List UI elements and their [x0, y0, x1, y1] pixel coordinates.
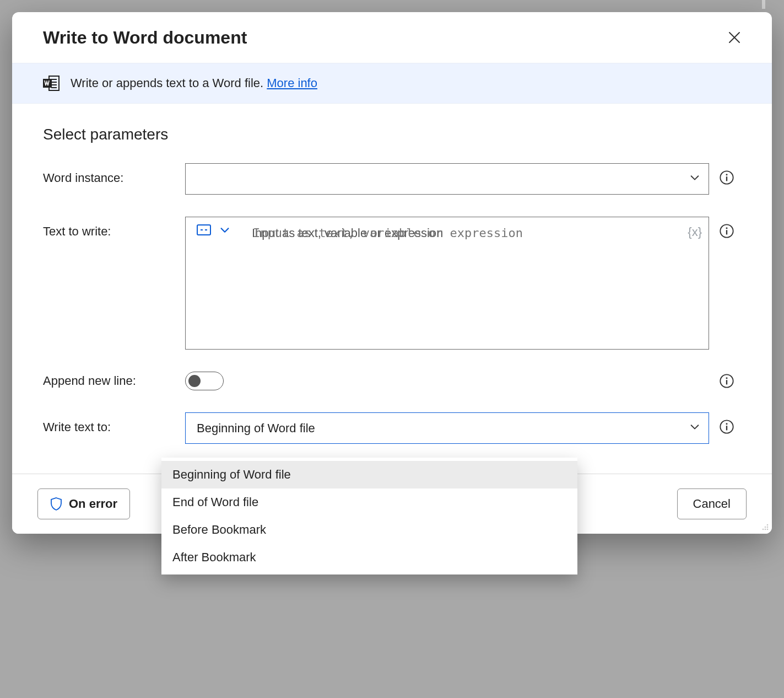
- svg-point-16: [726, 377, 727, 379]
- svg-rect-14: [726, 230, 727, 234]
- toggle-knob: [188, 375, 201, 387]
- label-append-new-line: Append new line:: [43, 374, 175, 388]
- on-error-button[interactable]: On error: [37, 488, 130, 519]
- word-instance-combobox[interactable]: [185, 163, 709, 195]
- svg-point-25: [765, 529, 766, 530]
- word-doc-icon: [43, 76, 60, 91]
- dialog-header: Write to Word document: [12, 12, 772, 63]
- shield-icon: [50, 497, 62, 511]
- svg-rect-8: [726, 176, 727, 181]
- write-text-to-dropdown: Beginning of Word file End of Word file …: [161, 458, 577, 574]
- write-text-to-combobox[interactable]: Beginning of Word file: [185, 412, 709, 444]
- text-to-write-input[interactable]: [252, 225, 680, 341]
- action-config-dialog: Write to Word document Write or appends …: [12, 12, 772, 534]
- row-text-to-write: Text to write: Input as text, variable o…: [43, 217, 741, 350]
- svg-point-7: [726, 174, 727, 175]
- chevron-down-icon: [689, 171, 701, 187]
- info-icon[interactable]: [719, 223, 734, 239]
- svg-rect-9: [197, 225, 210, 235]
- section-heading: Select parameters: [43, 126, 741, 143]
- cancel-button[interactable]: Cancel: [677, 488, 747, 519]
- dialog-title: Write to Word document: [43, 28, 247, 48]
- row-append-new-line: Append new line:: [43, 372, 741, 390]
- info-icon[interactable]: [719, 419, 734, 434]
- svg-point-13: [726, 227, 727, 229]
- insert-variable-icon[interactable]: {x}: [688, 225, 702, 239]
- dropdown-option[interactable]: Beginning of Word file: [161, 461, 577, 488]
- chevron-down-icon[interactable]: [219, 224, 231, 236]
- dropdown-option[interactable]: End of Word file: [161, 488, 577, 516]
- svg-rect-20: [726, 426, 727, 430]
- footer-buttons: Save Cancel: [606, 488, 747, 519]
- row-word-instance: Word instance:: [43, 163, 741, 195]
- close-button[interactable]: [722, 25, 747, 50]
- info-icon[interactable]: [719, 170, 734, 185]
- svg-point-24: [765, 527, 766, 528]
- info-bar: Write or appends text to a Word file. Mo…: [12, 63, 772, 104]
- info-description: Write or appends text to a Word file.: [71, 76, 263, 90]
- close-icon: [728, 31, 741, 44]
- backdrop-scrollbar-fragment: [762, 0, 765, 9]
- append-new-line-toggle[interactable]: [185, 372, 224, 390]
- more-info-link[interactable]: More info: [267, 76, 317, 90]
- svg-point-21: [767, 524, 769, 526]
- svg-point-19: [726, 423, 727, 425]
- resize-grip-icon[interactable]: [760, 522, 770, 531]
- row-write-text-to: Write text to: Beginning of Word file: [43, 412, 741, 444]
- info-text: Write or appends text to a Word file. Mo…: [71, 76, 317, 90]
- on-error-label: On error: [69, 497, 117, 511]
- svg-point-22: [767, 527, 769, 528]
- label-word-instance: Word instance:: [43, 163, 175, 185]
- svg-rect-17: [726, 380, 727, 384]
- chevron-down-icon: [689, 421, 701, 436]
- label-text-to-write: Text to write:: [43, 217, 175, 239]
- svg-point-26: [763, 529, 764, 530]
- text-to-write-field[interactable]: Input as text, variable or expression {x…: [185, 217, 709, 350]
- write-text-to-value: Beginning of Word file: [197, 421, 315, 436]
- label-write-text-to: Write text to:: [43, 412, 175, 434]
- svg-point-23: [767, 529, 769, 530]
- info-icon[interactable]: [719, 373, 734, 389]
- dropdown-option[interactable]: After Bookmark: [161, 544, 577, 571]
- text-mode-icon[interactable]: [197, 224, 211, 235]
- dropdown-option[interactable]: Before Bookmark: [161, 516, 577, 544]
